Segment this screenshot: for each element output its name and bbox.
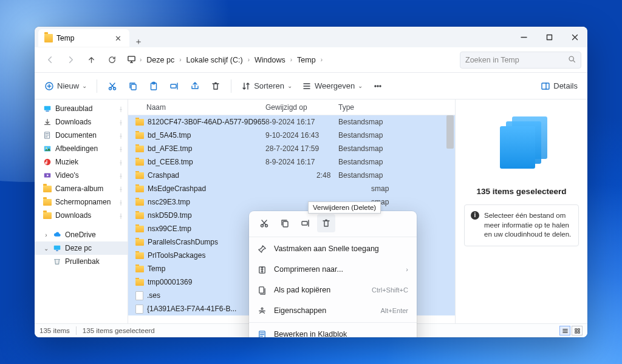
svg-rect-0 [547,35,552,39]
svg-point-12 [380,86,381,87]
navigation-row: › Deze pc › Lokale schijf (C:) › Windows… [35,47,587,73]
svg-rect-13 [542,83,549,89]
details-pane-button[interactable]: Details [537,77,581,95]
search-input[interactable]: Zoeken in Temp [460,52,581,69]
nav-group-onedrive[interactable]: ›OneDrive [35,228,128,241]
context-mini-toolbar [249,211,417,235]
chevron-down-icon: ⌄ [358,83,363,89]
large-icons-view-button[interactable] [572,326,583,335]
folder-icon [135,279,144,286]
svg-point-18 [46,147,47,149]
ctx-rename-button[interactable] [296,214,315,232]
navigation-pane: Bureaublad⟊Downloads⟊Documenten⟊Afbeeldi… [35,99,128,323]
breadcrumb-item[interactable]: Temp [296,54,317,66]
col-type[interactable]: Type [338,103,446,112]
breadcrumb-item[interactable]: Deze pc [145,54,176,66]
new-button[interactable]: Nieuw ⌄ [41,77,91,95]
cut-button[interactable] [103,77,121,95]
chevron-icon: › [43,232,49,238]
svg-rect-15 [46,111,49,112]
folder-icon [135,226,144,232]
svg-point-33 [261,308,263,309]
svg-point-19 [44,159,51,166]
chevron-right-icon[interactable]: › [245,56,252,63]
table-row[interactable]: MsEdgeCrashpadsmap [128,182,455,195]
nav-item-video's[interactable]: Video's⟊ [35,169,128,182]
copy-button[interactable] [124,77,142,95]
table-row[interactable]: bd_5A45.tmp9-10-2024 16:43Bestandsmap [128,129,455,142]
paste-button[interactable] [145,77,163,95]
selection-title: 135 items geselecteerd [477,187,567,196]
tab-temp[interactable]: Temp ✕ [38,29,129,47]
title-bar: Temp ✕ ＋ [35,27,587,47]
breadcrumb-item[interactable]: Windows [253,54,287,66]
ctx-pin-button[interactable]: Vastmaken aan Snelle toegang [249,238,417,259]
folder-icon [135,252,144,259]
nav-item-downloads[interactable]: Downloads⟊ [35,115,128,129]
pin-icon: ⟊ [119,186,123,192]
chevron-right-icon[interactable]: › [318,56,325,63]
pin-icon: ⟊ [119,212,123,219]
svg-rect-21 [54,246,61,250]
folder-icon [135,186,144,192]
ctx-cut-button[interactable] [255,214,273,232]
table-row[interactable]: Crashpad2:48Bestandsmap [128,169,455,182]
nav-group-deze pc[interactable]: ⌄Deze pc [35,241,128,255]
svg-rect-1 [128,56,135,61]
ctx-copy-button[interactable] [276,214,294,232]
scrollbar[interactable] [446,115,454,323]
view-button[interactable]: Weergeven⌄ [298,77,366,95]
chevron-right-icon: › [406,266,408,273]
chevron-down-icon: ⌄ [287,83,292,89]
svg-point-10 [375,86,376,87]
share-button[interactable] [186,77,204,95]
nav-item-camera-album[interactable]: Camera-album⟊ [35,182,128,195]
more-button[interactable] [369,77,387,95]
table-row[interactable]: 8120CF47-3B0F-46AD-A577-9D96569DA1662e..… [128,115,455,129]
nav-item-downloads[interactable]: Downloads⟊ [35,209,128,222]
nav-item-muziek[interactable]: Muziek⟊ [35,155,128,169]
nav-group-prullenbak[interactable]: Prullenbak [35,255,128,268]
chevron-right-icon[interactable]: › [137,56,144,63]
nav-item-afbeeldingen[interactable]: Afbeeldingen⟊ [35,142,128,155]
nav-back-button[interactable] [41,51,59,69]
details-view-button[interactable] [559,326,570,335]
pin-icon: ⟊ [119,132,123,139]
table-row[interactable]: bd_AF3E.tmp28-7-2024 17:59Bestandsmap [128,142,455,155]
nav-item-documenten[interactable]: Documenten⟊ [35,129,128,142]
rename-button[interactable] [165,77,183,95]
chevron-right-icon[interactable]: › [288,56,295,63]
ctx-edit-notepad-button[interactable]: Bewerken in Kladblok [249,324,417,337]
tab-close-button[interactable]: ✕ [113,33,123,44]
table-row[interactable]: nsc29E3.tmpsmap [128,195,455,209]
nav-refresh-button[interactable] [103,51,121,69]
sort-button[interactable]: Sorteren⌄ [238,77,296,95]
ctx-copy-path-button[interactable]: Als pad kopiërenCtrl+Shift+C [249,280,417,300]
table-row[interactable]: bd_CEE8.tmp8-9-2024 16:17Bestandsmap [128,155,455,169]
window-minimize-button[interactable] [511,27,536,47]
ctx-properties-button[interactable]: EigenschappenAlt+Enter [249,300,417,321]
col-modified[interactable]: Gewijzigd op [265,103,338,112]
svg-rect-29 [283,221,288,227]
pin-icon: ⟊ [119,159,123,166]
window-maximize-button[interactable] [536,27,562,47]
context-menu: Vastmaken aan Snelle toegang Comprimeren… [249,211,417,337]
new-tab-button[interactable]: ＋ [129,36,148,47]
scrollbar-thumb[interactable] [446,115,454,149]
svg-rect-26 [578,331,579,333]
nav-item-bureaublad[interactable]: Bureaublad⟊ [35,102,128,115]
column-headers[interactable]: Naam Gewijzigd op Type [128,99,455,115]
ctx-compress-button[interactable]: Comprimeren naar...› [249,259,417,280]
col-name[interactable]: Naam [128,103,265,112]
folder-icon [135,146,144,152]
nav-forward-button[interactable] [61,51,80,69]
breadcrumb-item[interactable]: Lokale schijf (C:) [185,54,244,66]
window-close-button[interactable] [562,27,587,47]
chevron-right-icon[interactable]: › [177,56,183,63]
nav-up-button[interactable] [82,51,100,69]
svg-rect-30 [302,221,307,225]
ctx-delete-button[interactable] [317,214,335,232]
svg-point-2 [569,56,573,61]
nav-item-schermopnamen[interactable]: Schermopnamen⟊ [35,195,128,209]
delete-button[interactable] [207,77,225,95]
